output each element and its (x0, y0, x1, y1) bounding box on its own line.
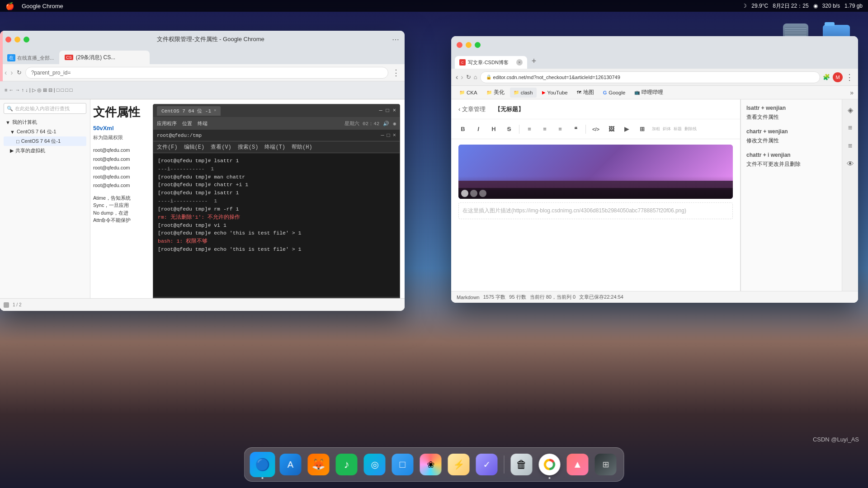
vm-tab-outer[interactable]: CentOS 7 64 位 -1 × (157, 106, 221, 116)
reload-btn-right[interactable]: ↻ (466, 74, 471, 80)
bm-clash-icon: 📁 (514, 90, 519, 95)
maximize-button-left[interactable] (24, 37, 29, 42)
minimize-button-right[interactable] (466, 42, 472, 48)
vm-menu-help[interactable]: 帮助(H) (292, 143, 312, 151)
vm-maximize-btn[interactable]: □ (386, 108, 389, 114)
term-min[interactable]: ─ (381, 132, 384, 139)
csdn-nav-article-mgmt[interactable]: ‹ 文章管理 (458, 105, 486, 113)
vm-menu-app[interactable]: 应用程序 (157, 120, 177, 127)
dock-item-finder[interactable]: 🔵 (250, 452, 275, 477)
vm-tab-close-outer[interactable]: × (214, 108, 216, 113)
dock-item-spotify[interactable]: ♪ (334, 452, 359, 477)
maximize-button-right[interactable] (475, 42, 481, 48)
minimize-button-left[interactable] (14, 37, 20, 42)
chrome-tab-active-left[interactable]: CS (29条消息) CS... (59, 51, 150, 64)
email-list: root@qfedu.com root@qfedu.com root@qfedu… (93, 146, 149, 190)
menubar-app-name[interactable]: Google Chrome (22, 3, 63, 9)
dock-item-amphetamine[interactable]: ⚡ (446, 452, 472, 477)
address-input-left[interactable]: ?parent_pro_id= (25, 67, 388, 79)
chrome-tab-active-right[interactable]: C 写文章-CSDN博客 × (455, 56, 527, 69)
dock-separator (504, 455, 505, 474)
dock-item-launchpad[interactable]: ⊞ (593, 452, 618, 477)
bookmark-youtube[interactable]: ▶ YouTube (538, 88, 571, 98)
dock-item-photos[interactable]: ❀ (418, 452, 443, 477)
chrome-tab-inactive[interactable]: 在 在线直播_全部... (4, 52, 57, 64)
url-text: editor.csdn.net/md?not_checkout=1&articl… (493, 75, 620, 80)
tree-item-centos1[interactable]: ▼ CentOS 7 64 位-1 (4, 127, 86, 136)
tab-close-right[interactable]: × (516, 59, 523, 66)
csdn-icon-eye[interactable]: 👁 (844, 157, 857, 171)
toolbar-code[interactable]: </> (590, 123, 602, 136)
profile-icon[interactable]: M (833, 72, 843, 82)
chrome-menu-icon-left[interactable]: ⋯ (392, 35, 399, 44)
chrome-menu-dots-left[interactable]: ⋮ (392, 68, 400, 78)
toolbar-italic[interactable]: I (472, 123, 485, 136)
bookmark-clash[interactable]: 📁 clash (510, 88, 537, 98)
vm-close-btn[interactable]: × (393, 108, 396, 114)
toolbar-video[interactable]: ▶ (620, 123, 633, 136)
forward-btn-right[interactable]: › (461, 73, 463, 81)
tree-item-centos1-sub[interactable]: □ CentOS 7 64 位-1 (4, 136, 86, 146)
close-button-right[interactable] (457, 42, 462, 48)
extensions-icon[interactable]: 🧩 (823, 74, 830, 80)
vm-menu-edit[interactable]: 编辑(E) (184, 143, 205, 151)
apple-menu[interactable]: 🍎 (5, 2, 14, 10)
csdn-img-placeholder[interactable]: 在这里插入图片描述(https://img-blog.csdnimg.cn/43… (458, 202, 733, 219)
csdn-editor-left: ‹ 文章管理 【无标题】 B I H S ≡ ≡ ≡ (451, 99, 741, 303)
dock-item-appstore[interactable]: A (278, 452, 303, 477)
reload-btn-left[interactable]: ↻ (17, 69, 22, 76)
toolbar-quote[interactable]: ❝ (569, 123, 582, 136)
toolbar-heading[interactable]: H (487, 123, 500, 136)
csdn-icon-list[interactable]: ≡ (844, 121, 857, 135)
dock-item-things[interactable]: ✓ (474, 452, 500, 477)
vm-minimize-btn[interactable]: ─ (379, 108, 382, 114)
bookmarks-more-icon[interactable]: » (850, 89, 854, 96)
tree-item-shared[interactable]: ▶ 共享的虚拟机 (4, 146, 86, 155)
vm-menu-terminal[interactable]: 终端(T) (264, 143, 285, 151)
back-btn-left[interactable]: ‹ (5, 69, 7, 77)
home-btn-right[interactable]: ⌂ (474, 74, 477, 80)
dock-item-chrome[interactable] (537, 452, 562, 477)
dock-item-screens[interactable]: □ (390, 452, 415, 477)
csdn-icon-align[interactable]: ≡ (844, 139, 857, 153)
vm-menu-search[interactable]: 搜索(S) (238, 143, 259, 151)
csdn-nav-untitled[interactable]: 【无标题】 (495, 105, 524, 113)
toolbar-todo[interactable]: ≡ (554, 123, 566, 136)
dock-item-transmit[interactable]: ▲ (565, 452, 590, 477)
chrome-more-btn-right[interactable]: ⋮ (845, 72, 854, 82)
bookmark-bili[interactable]: 📺 哔哩哔哩 (631, 88, 667, 98)
bookmark-map[interactable]: 🗺 地图 (573, 88, 598, 98)
dock-item-trash[interactable]: 🗑 (509, 452, 534, 477)
bookmark-cka[interactable]: 📁 CKA (456, 88, 481, 98)
bookmark-google[interactable]: G Google (599, 88, 629, 98)
toolbar-ordered[interactable]: ≡ (538, 123, 551, 136)
term-close[interactable]: × (393, 132, 396, 139)
bottom-bar-icon[interactable] (4, 302, 9, 308)
toolbar-unordered[interactable]: ≡ (523, 123, 536, 136)
address-url-right[interactable]: 🔒 editor.csdn.net/md?not_checkout=1&arti… (480, 71, 820, 83)
toolbar-image[interactable]: 🖼 (605, 123, 618, 136)
vm-menu-term[interactable]: 终端 (198, 120, 208, 127)
term-line-6: ----i----------- 1 (158, 197, 395, 205)
vm-menu-view[interactable]: 查看(V) (211, 143, 231, 151)
dock-item-firefox[interactable]: 🦊 (306, 452, 331, 477)
term-max[interactable]: □ (387, 132, 390, 139)
new-tab-button-right[interactable]: + (528, 55, 540, 67)
toolbar-strikethrough[interactable]: S (503, 123, 515, 136)
vm-search-box[interactable]: 🔍 在此处输入内容进行查找 (4, 103, 86, 114)
close-button-left[interactable] (5, 37, 11, 42)
bottom-text-3: No dump，在进 (93, 209, 149, 217)
bookmark-meimei[interactable]: 📁 美化 (483, 88, 508, 98)
forward-btn-left[interactable]: › (10, 69, 13, 77)
tree-item-my-computer[interactable]: ▼ 我的计算机 (4, 117, 86, 127)
dock-item-airflow[interactable]: ◎ (362, 452, 387, 477)
csdn-icon-map[interactable]: ◈ (844, 103, 857, 117)
back-btn-right[interactable]: ‹ (456, 73, 458, 81)
csdn-preview-area[interactable]: 在这里插入图片描述(https://img-blog.csdnimg.cn/43… (451, 139, 740, 303)
vm-menu-loc[interactable]: 位置 (182, 120, 192, 127)
bookmarks-bar: 📁 CKA 📁 美化 📁 clash ▶ YouTube 🗺 地图 G Go (451, 86, 858, 99)
toolbar-bold[interactable]: B (457, 123, 469, 136)
vm-menu-file[interactable]: 文件(F) (157, 143, 178, 151)
terminal-area[interactable]: [root@qfedu tmp]# lsattr 1 ---i---------… (153, 153, 400, 306)
toolbar-table[interactable]: ⊞ (636, 123, 648, 136)
